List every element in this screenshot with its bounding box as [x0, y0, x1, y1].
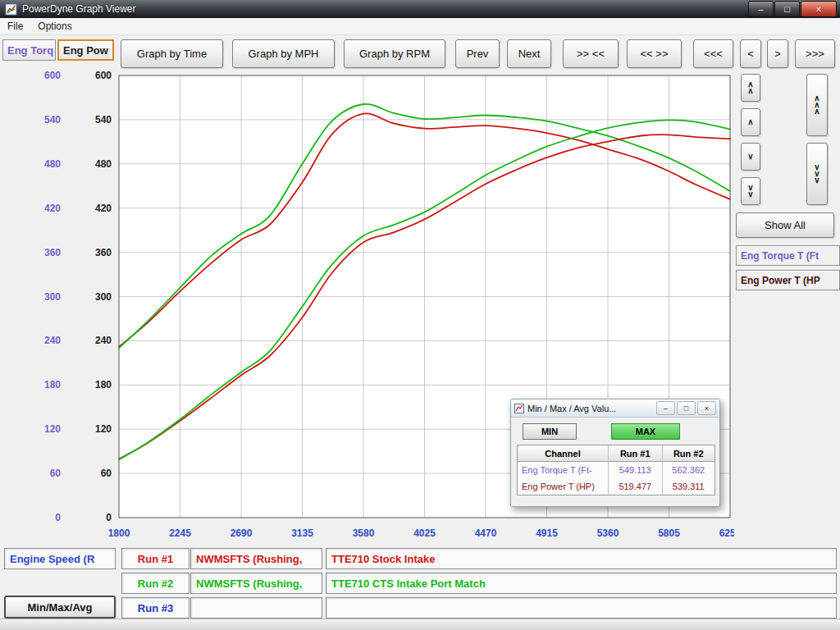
svg-text:6250: 6250 — [719, 527, 734, 539]
table-row-power: Eng Power T (HP) 519.477 539.311 — [518, 478, 714, 495]
column-header-run1[interactable]: Run #1 — [609, 445, 662, 462]
minimize-icon[interactable]: – — [656, 401, 675, 415]
svg-text:2690: 2690 — [231, 527, 253, 539]
legend-eng-torque[interactable]: Eng Torque T (Ft — [736, 245, 840, 266]
graph-by-mph-button[interactable]: Graph by MPH — [232, 39, 335, 68]
chevron-up-icon: ∧ — [814, 108, 819, 115]
svg-text:360: 360 — [95, 247, 112, 258]
graph-by-rpm-button[interactable]: Graph by RPM — [344, 39, 445, 68]
minmax-window-title: Min / Max / Avg Valu... — [527, 404, 655, 413]
pan-left-fast-button[interactable]: <<< — [693, 39, 733, 68]
run2-operator-field[interactable]: NWMSFTS (Rushing, — [190, 573, 322, 594]
show-all-button[interactable]: Show All — [736, 212, 834, 238]
menu-bar: File Options — [0, 18, 840, 35]
minimize-icon: – — [758, 5, 763, 14]
axis-scroll-up-fast-button[interactable]: ∧ ∧ — [741, 74, 760, 102]
run2-label[interactable]: Run #2 — [121, 573, 189, 594]
svg-text:540: 540 — [44, 114, 61, 126]
chevron-up-icon: ∧ — [747, 88, 753, 94]
min-button[interactable]: MIN — [523, 423, 577, 440]
chevron-down-icon: ∨ — [747, 153, 753, 160]
svg-text:4025: 4025 — [413, 527, 436, 539]
svg-text:3580: 3580 — [353, 527, 375, 539]
tab-eng-power[interactable]: Eng Pow — [57, 39, 114, 61]
table-header-row: Channel Run #1 Run #2 — [518, 445, 714, 462]
graph-by-time-button[interactable]: Graph by Time — [121, 39, 223, 68]
run1-description-field[interactable]: TTE710 Stock Intake — [326, 548, 837, 569]
svg-text:1800: 1800 — [108, 527, 130, 539]
pan-left-button[interactable]: < — [740, 39, 761, 68]
power-max-run2: 539.311 — [663, 478, 714, 495]
axis-scroll-down-fast-button[interactable]: ∨ ∨ — [741, 177, 760, 205]
column-header-channel[interactable]: Channel — [518, 445, 609, 462]
minmax-window-titlebar[interactable]: Min / Max / Avg Valu... – □ × — [511, 399, 719, 418]
svg-text:300: 300 — [95, 291, 112, 303]
channel-name: Eng Power T (HP) — [518, 478, 609, 495]
pan-right-fast-button[interactable]: >>> — [795, 39, 835, 68]
svg-text:300: 300 — [44, 291, 61, 303]
legend-eng-power[interactable]: Eng Power T (HP — [736, 270, 840, 290]
svg-text:0: 0 — [106, 512, 112, 523]
run2-description-field[interactable]: TTE710 CTS Intake Port Match — [326, 573, 837, 594]
svg-text:240: 240 — [44, 335, 61, 346]
next-button[interactable]: Next — [507, 39, 551, 68]
svg-text:240: 240 — [95, 335, 112, 346]
column-header-run2[interactable]: Run #2 — [663, 445, 714, 462]
minmax-avg-button[interactable]: Min/Max/Avg — [4, 596, 116, 619]
power-max-run1: 519.477 — [609, 478, 662, 495]
run3-description-field[interactable] — [326, 597, 837, 619]
restore-icon[interactable]: □ — [677, 401, 696, 415]
svg-text:4470: 4470 — [475, 527, 497, 539]
maximize-button[interactable]: □ — [774, 1, 800, 17]
svg-text:5360: 5360 — [597, 527, 619, 539]
pan-right-button[interactable]: > — [767, 39, 788, 68]
x-channel-selector[interactable]: Engine Speed (R — [4, 548, 116, 569]
minmax-avg-window: Min / Max / Avg Valu... – □ × MIN MAX Ch… — [510, 399, 720, 507]
minimize-button[interactable]: – — [748, 1, 774, 17]
axis-zoom-out-y-button[interactable]: ∨ ∨ ∨ — [806, 143, 828, 205]
table-row-torque: Eng Torque T (Ft- 549.113 562.362 — [518, 462, 714, 478]
svg-text:60: 60 — [50, 468, 62, 479]
axis-zoom-in-y-button[interactable]: ∧ ∧ ∧ — [806, 74, 828, 136]
status-bar — [0, 619, 840, 630]
svg-text:180: 180 — [44, 379, 61, 390]
title-bar[interactable]: PowerDyne Graph Viewer – □ × — [0, 0, 840, 18]
minmax-window-icon — [514, 404, 524, 413]
torque-max-run2: 562.362 — [663, 462, 714, 478]
menu-file[interactable]: File — [0, 18, 30, 34]
max-button[interactable]: MAX — [611, 423, 680, 440]
run1-operator-field[interactable]: NWMSFTS (Rushing, — [190, 548, 322, 569]
axis-scroll-up-button[interactable]: ∧ — [741, 108, 760, 136]
svg-text:360: 360 — [44, 247, 61, 258]
run3-label[interactable]: Run #3 — [121, 597, 189, 619]
close-button[interactable]: × — [801, 1, 837, 17]
svg-text:0: 0 — [55, 512, 61, 523]
svg-text:2245: 2245 — [169, 527, 191, 539]
menu-options[interactable]: Options — [30, 18, 79, 34]
torque-max-run1: 549.113 — [609, 462, 662, 478]
svg-text:60: 60 — [101, 468, 112, 479]
tab-eng-torque[interactable]: Eng Torq — [2, 39, 56, 61]
chevron-up-icon: ∧ — [747, 119, 753, 126]
svg-text:180: 180 — [95, 379, 112, 390]
run1-label[interactable]: Run #1 — [121, 548, 189, 569]
svg-text:540: 540 — [95, 114, 112, 126]
svg-text:3135: 3135 — [291, 527, 313, 539]
zoom-out-x-button[interactable]: << >> — [627, 39, 682, 68]
axis-scroll-down-button[interactable]: ∨ — [741, 143, 760, 171]
minmax-table: Channel Run #1 Run #2 Eng Torque T (Ft- … — [517, 445, 715, 495]
close-icon[interactable]: × — [697, 401, 716, 415]
svg-text:600: 600 — [95, 70, 112, 81]
svg-text:120: 120 — [95, 423, 112, 435]
prev-button[interactable]: Prev — [455, 39, 500, 68]
app-window: PowerDyne Graph Viewer – □ × File Option… — [0, 0, 840, 630]
zoom-in-x-button[interactable]: >> << — [563, 39, 619, 68]
svg-text:4915: 4915 — [536, 527, 558, 539]
run3-operator-field[interactable] — [190, 597, 322, 619]
maximize-icon: □ — [784, 5, 790, 14]
window-title: PowerDyne Graph Viewer — [22, 3, 136, 15]
chevron-down-icon: ∨ — [747, 191, 753, 198]
svg-text:120: 120 — [44, 423, 61, 435]
svg-text:480: 480 — [44, 158, 61, 170]
svg-text:5805: 5805 — [658, 527, 680, 539]
